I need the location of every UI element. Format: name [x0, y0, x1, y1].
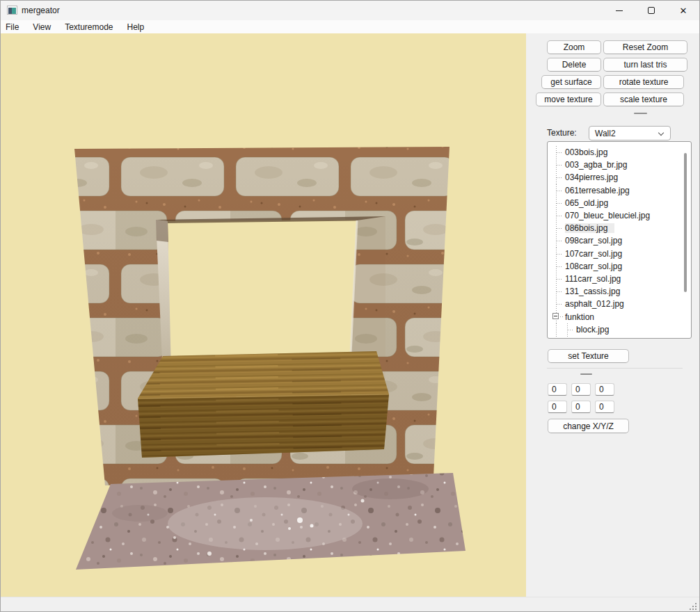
app-window: mergeator ✕ File View Texturemode Help [0, 0, 700, 612]
tree-item[interactable]: 108carr_sol.jpg [548, 260, 691, 273]
menu-help[interactable]: Help [126, 22, 146, 33]
coord-z1-input[interactable] [595, 383, 614, 396]
tree-item-child-clipped[interactable]: …032.jpg [548, 336, 691, 339]
chevron-down-icon [658, 130, 664, 136]
menu-file[interactable]: File [4, 22, 20, 33]
coord-x2-input[interactable] [548, 401, 567, 413]
tree-item[interactable]: 034pierres.jpg [548, 171, 691, 184]
zoom-button[interactable]: Zoom [547, 40, 601, 54]
delete-button[interactable]: Delete [547, 58, 601, 72]
minimize-icon [616, 10, 623, 11]
scale-texture-button[interactable]: scale texture [603, 92, 684, 106]
tree-item[interactable]: 131_cassis.jpg [548, 285, 691, 298]
tree-item[interactable]: 003_agba_br.jpg [548, 159, 691, 171]
set-texture-button[interactable]: set Texture [548, 349, 629, 363]
texture-label: Texture: [547, 128, 577, 138]
coord-y2-input[interactable] [571, 401, 591, 413]
tree-item[interactable]: 111carr_sol.jpg [548, 273, 691, 285]
window-title: mergeator [22, 6, 60, 15]
resize-grip-icon[interactable] [690, 603, 697, 610]
texture-tree[interactable]: 003bois.jpg 003_agba_br.jpg 034pierres.j… [547, 141, 692, 339]
reset-zoom-button[interactable]: Reset Zoom [603, 40, 687, 54]
tree-item[interactable]: 070_bleuc_bleuciel.jpg [548, 209, 691, 222]
viewport-3d[interactable] [1, 33, 526, 597]
wall-opening [168, 220, 357, 366]
texture-dropdown-value: Wall2 [595, 129, 616, 138]
get-surface-button[interactable]: get surface [541, 75, 601, 89]
change-xyz-button[interactable]: change X/Y/Z [548, 419, 629, 433]
title-bar[interactable]: mergeator ✕ [1, 1, 699, 20]
collapse-icon[interactable] [552, 313, 559, 319]
tree-node-funktion[interactable]: funktion [548, 310, 691, 323]
maximize-button[interactable] [635, 1, 667, 20]
tree-item[interactable]: asphalt_012.jpg [548, 298, 691, 310]
minimize-button[interactable] [603, 1, 635, 20]
separator-line [547, 368, 683, 369]
tree-item-child[interactable]: block.jpg [548, 323, 691, 336]
tree-item-selected[interactable]: 086bois.jpg [548, 222, 691, 234]
rotate-texture-button[interactable]: rotate texture [603, 75, 684, 89]
menu-bar: File View Texturemode Help [1, 20, 699, 33]
viewport-3d-scene [1, 33, 526, 597]
coord-y1-input[interactable] [571, 383, 591, 396]
menu-view[interactable]: View [31, 22, 52, 33]
tree-item[interactable]: 003bois.jpg [548, 146, 691, 159]
tree-scrollbar-thumb[interactable] [684, 153, 687, 292]
status-bar [1, 597, 699, 612]
coord-x1-input[interactable] [548, 383, 567, 396]
turn-last-tris-button[interactable]: turn last tris [603, 58, 687, 72]
close-button[interactable]: ✕ [667, 1, 699, 20]
tree-item[interactable]: 107carr_sol.jpg [548, 248, 691, 260]
splitter-dash[interactable] [580, 373, 592, 375]
app-icon [7, 6, 17, 15]
close-icon: ✕ [680, 6, 687, 15]
move-texture-button[interactable]: move texture [536, 92, 601, 106]
menu-texturemode[interactable]: Texturemode [63, 22, 114, 33]
tree-item[interactable]: 065_old.jpg [548, 197, 691, 209]
tree-item[interactable]: 098carr_sol.jpg [548, 234, 691, 247]
splitter-dash[interactable] [634, 113, 647, 114]
maximize-icon [648, 7, 655, 14]
tree-item[interactable]: 061terresable.jpg [548, 184, 691, 197]
coord-z2-input[interactable] [595, 401, 614, 413]
texture-dropdown[interactable]: Wall2 [589, 126, 671, 140]
